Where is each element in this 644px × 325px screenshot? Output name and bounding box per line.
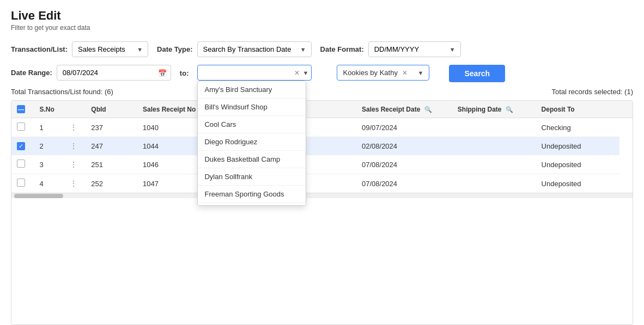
row-3-menu[interactable]: ⋮ bbox=[64, 155, 86, 174]
shipping-date-search-icon[interactable]: 🔍 bbox=[506, 106, 513, 113]
page-title: Live Edit bbox=[11, 9, 633, 23]
table-row: 4⋮2521047Bill's Windsurf Shop07/08/2024U… bbox=[11, 174, 633, 193]
row-4-shipping-date bbox=[452, 174, 536, 193]
table-row: ✓2⋮247104402/08/2024Undeposited bbox=[11, 137, 633, 155]
dropdown-item-cool-cars[interactable]: Cool Cars bbox=[198, 116, 306, 133]
dropdown-item-diego-rodriguez[interactable]: Diego Rodriguez bbox=[198, 133, 306, 151]
date-type-filter-group: Date Type: Search By Transaction Date ▼ bbox=[157, 41, 312, 57]
total-selected-label: Total records selected: (1) bbox=[551, 88, 633, 96]
page-subtitle: Filter to get your exact data bbox=[11, 24, 633, 32]
row-1-checkbox[interactable] bbox=[17, 122, 25, 131]
horizontal-scrollbar[interactable] bbox=[11, 193, 633, 198]
row-4-deposit-to: Undeposited bbox=[536, 174, 620, 193]
row-1-shipping-date bbox=[452, 118, 536, 137]
row-2-checkbox-cell: ✓ bbox=[11, 137, 34, 155]
th-select-all[interactable]: — bbox=[11, 101, 34, 118]
row-4-checkbox-cell bbox=[11, 174, 34, 193]
row-2-menu-icon[interactable]: ⋮ bbox=[70, 142, 77, 150]
table-row: 1⋮237104009/07/2024Checking bbox=[11, 118, 633, 137]
th-menu bbox=[64, 101, 86, 118]
selected-customer-arrow-icon[interactable]: ▼ bbox=[418, 70, 424, 76]
th-scroll bbox=[619, 101, 633, 118]
row-2-deposit-to: Undeposited bbox=[536, 137, 620, 155]
date-type-select[interactable]: Search By Transaction Date bbox=[197, 41, 312, 57]
th-shipping-date: Shipping Date 🔍 bbox=[452, 101, 536, 118]
dropdown-chevron-icon[interactable]: ▼ bbox=[303, 70, 309, 76]
row-4-menu-icon[interactable]: ⋮ bbox=[70, 179, 77, 188]
th-receipt-date: Sales Receipt Date 🔍 bbox=[356, 101, 452, 118]
row-2-shipping-date bbox=[452, 137, 536, 155]
th-deposit-to: Deposit To bbox=[536, 101, 620, 118]
row-1-sno: 1 bbox=[34, 118, 64, 137]
dropdown-item-amys-bird-sanctuary[interactable]: Amy's Bird Sanctuary bbox=[198, 81, 306, 99]
dropdown-item-ocean-view-road[interactable]: 0969 Ocean View Road bbox=[198, 203, 306, 206]
row-3-receipt-date: 07/08/2024 bbox=[356, 155, 452, 174]
horizontal-scrollbar-thumb[interactable] bbox=[14, 194, 63, 198]
selected-customer-tag: Kookies by Kathy ✕ ▼ bbox=[337, 65, 429, 81]
selected-customer-clear-icon[interactable]: ✕ bbox=[402, 69, 408, 77]
date-range-group: Date Range: 📅 bbox=[11, 65, 171, 81]
date-type-select-wrapper: Search By Transaction Date ▼ bbox=[197, 41, 312, 57]
filter-row-1: Transaction/List: Sales Receipts ▼ Date … bbox=[11, 41, 633, 57]
customer-dropdown-container: ✕ ▼ Amy's Bird Sanctuary Bill's Windsurf… bbox=[197, 65, 312, 81]
th-qbid: QbId bbox=[86, 101, 137, 118]
to-label: to: bbox=[180, 69, 189, 77]
total-found-label: Total Transactions/List found: (6) bbox=[11, 88, 113, 96]
dropdown-item-dukes-basketball-camp[interactable]: Dukes Basketball Camp bbox=[198, 151, 306, 168]
filter-row-2: Date Range: 📅 to: ✕ ▼ Amy's Bird Sanctua… bbox=[11, 65, 633, 82]
date-format-label: Date Format: bbox=[320, 45, 364, 53]
receipt-date-search-icon[interactable]: 🔍 bbox=[424, 106, 432, 113]
customer-dropdown-list: Amy's Bird Sanctuary Bill's Windsurf Sho… bbox=[197, 81, 306, 206]
row-2-sno: 2 bbox=[34, 137, 64, 155]
row-1-qbid: 237 bbox=[86, 118, 137, 137]
table-row: 3⋮251104655 Twin Lane07/08/2024Undeposit… bbox=[11, 155, 633, 174]
page-header: Live Edit Filter to get your exact data bbox=[11, 9, 633, 32]
row-4-receipt-date: 07/08/2024 bbox=[356, 174, 452, 193]
dropdown-item-bills-windsurf-shop[interactable]: Bill's Windsurf Shop bbox=[198, 99, 306, 116]
row-4-menu[interactable]: ⋮ bbox=[64, 174, 86, 193]
row-2-checkbox[interactable]: ✓ bbox=[17, 142, 25, 150]
dropdown-item-freeman-sporting-goods[interactable]: Freeman Sporting Goods bbox=[198, 186, 306, 203]
row-1-menu[interactable]: ⋮ bbox=[64, 118, 86, 137]
row-3-checkbox[interactable] bbox=[17, 160, 25, 168]
search-button[interactable]: Search bbox=[449, 65, 505, 82]
row-1-checkbox-cell bbox=[11, 118, 34, 137]
th-sno: S.No bbox=[34, 101, 64, 118]
transaction-label: Transaction/List: bbox=[11, 45, 68, 53]
select-all-checkbox[interactable]: — bbox=[17, 105, 25, 113]
dropdown-item-dylan-sollfrank[interactable]: Dylan Sollfrank bbox=[198, 168, 306, 186]
row-2-qbid: 247 bbox=[86, 137, 137, 155]
data-table-container: — S.No QbId Sales Receipt No 🔍 Sales Rec… bbox=[11, 100, 633, 325]
date-format-filter-group: Date Format: DD/MM/YYYY ▼ bbox=[320, 41, 461, 57]
customer-dropdown-trigger: ✕ ▼ bbox=[197, 65, 312, 81]
row-4-qbid: 252 bbox=[86, 174, 137, 193]
transaction-select[interactable]: Sales Receipts bbox=[72, 41, 148, 57]
table-header-row: — S.No QbId Sales Receipt No 🔍 Sales Rec… bbox=[11, 101, 633, 118]
dropdown-clear-icon[interactable]: ✕ bbox=[294, 69, 300, 77]
date-from-input[interactable] bbox=[57, 65, 171, 81]
row-3-sno: 3 bbox=[34, 155, 64, 174]
date-format-select[interactable]: DD/MM/YYYY bbox=[368, 41, 461, 57]
date-from-wrapper: 📅 bbox=[57, 65, 171, 81]
row-1-receipt-date: 09/07/2024 bbox=[356, 118, 452, 137]
date-format-select-wrapper: DD/MM/YYYY ▼ bbox=[368, 41, 461, 57]
data-table: — S.No QbId Sales Receipt No 🔍 Sales Rec… bbox=[11, 101, 633, 193]
selected-customer-area: Kookies by Kathy ✕ ▼ bbox=[337, 65, 429, 81]
row-1-menu-icon[interactable]: ⋮ bbox=[70, 123, 77, 132]
row-1-deposit-to: Checking bbox=[536, 118, 620, 137]
row-4-checkbox[interactable] bbox=[17, 179, 25, 187]
selected-customer-label: Kookies by Kathy bbox=[343, 69, 397, 77]
transaction-select-wrapper: Sales Receipts ▼ bbox=[72, 41, 148, 57]
row-2-receipt-date: 02/08/2024 bbox=[356, 137, 452, 155]
row-4-sno: 4 bbox=[34, 174, 64, 193]
row-3-shipping-date bbox=[452, 155, 536, 174]
row-3-menu-icon[interactable]: ⋮ bbox=[70, 160, 77, 169]
row-3-deposit-to: Undeposited bbox=[536, 155, 620, 174]
transaction-filter-group: Transaction/List: Sales Receipts ▼ bbox=[11, 41, 148, 57]
row-3-qbid: 251 bbox=[86, 155, 137, 174]
date-range-label: Date Range: bbox=[11, 69, 52, 77]
row-2-menu[interactable]: ⋮ bbox=[64, 137, 86, 155]
row-3-checkbox-cell bbox=[11, 155, 34, 174]
summary-row: Total Transactions/List found: (6) Total… bbox=[11, 88, 633, 96]
date-type-label: Date Type: bbox=[157, 45, 193, 53]
